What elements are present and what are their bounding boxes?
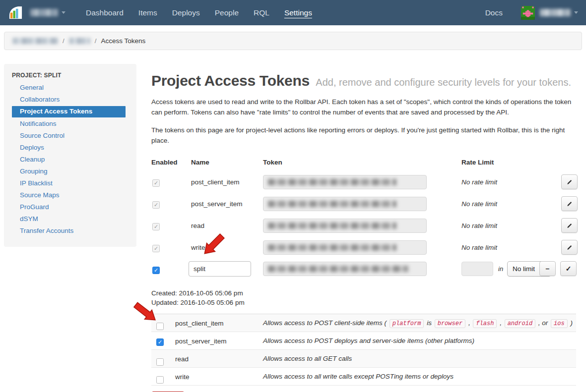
top-nav: Dashboard Items Deploys People RQL Setti… <box>0 0 586 25</box>
sidebar-item[interactable]: Transfer Accounts <box>4 225 136 237</box>
sidebar-item[interactable]: ProGuard <box>4 201 136 213</box>
sidebar-item[interactable]: Notifications <box>4 118 136 130</box>
token-value-redacted[interactable] <box>263 262 427 276</box>
username-redacted[interactable] <box>540 9 571 16</box>
confirm-token-button[interactable]: ✓ <box>560 261 577 276</box>
header-rate-limit: Rate Limit <box>461 159 494 166</box>
sidebar-item[interactable]: Source Control <box>4 130 136 142</box>
scope-name: write <box>175 373 190 381</box>
token-name: write <box>191 244 205 251</box>
intro-text: Access tokens are used to read and write… <box>151 97 576 146</box>
page-title: Project Access Tokens <box>151 72 310 89</box>
edit-token-button[interactable] <box>561 196 578 211</box>
code-badge: browser <box>435 319 465 328</box>
nav-links: Dashboard Items Deploys People RQL Setti… <box>78 8 320 17</box>
docs-link[interactable]: Docs <box>478 8 510 17</box>
pencil-icon <box>566 201 573 207</box>
enabled-checkbox: ✓ <box>152 201 160 209</box>
token-value-redacted[interactable] <box>263 197 427 211</box>
scope-checkbox[interactable]: ✓ <box>156 338 164 346</box>
rate-limit-input[interactable] <box>461 262 493 276</box>
chevron-down-icon <box>62 11 65 14</box>
sidebar-item[interactable]: Cleanup <box>4 154 136 166</box>
scope-checkbox[interactable] <box>156 376 164 384</box>
scope-name: read <box>175 355 189 363</box>
edit-token-button[interactable] <box>561 174 578 189</box>
code-badge: flash <box>473 319 497 328</box>
token-rate-limit: No rate limit <box>461 222 497 229</box>
scope-table: post_client_item Allows access to POST c… <box>151 314 576 386</box>
page-subtitle: Add, remove and configure security level… <box>316 77 571 88</box>
sidebar-item[interactable]: IP Blacklist <box>4 177 136 189</box>
rollbar-logo-icon[interactable] <box>8 5 23 20</box>
edit-token-button[interactable] <box>561 240 578 255</box>
scope-row: ✓ post_server_item Allows access to POST… <box>151 332 576 350</box>
code-badge: platform <box>390 319 424 328</box>
token-edit-row: ✓ in No limit ▲▼ – ✓ <box>151 261 576 284</box>
nav-link[interactable]: People <box>207 8 246 17</box>
header-name: Name <box>191 159 209 166</box>
sidebar-item[interactable]: Grouping <box>4 166 136 177</box>
nav-link[interactable]: Deploys <box>165 8 207 17</box>
created-label: Created: 2016-10-05 05:06 pm <box>151 288 576 298</box>
pencil-icon <box>566 179 573 185</box>
token-name: post_server_item <box>191 200 243 208</box>
nav-link[interactable]: Items <box>131 8 165 17</box>
project-switcher[interactable] <box>30 9 65 16</box>
enabled-checkbox[interactable]: ✓ <box>152 267 160 274</box>
breadcrumb-current: Access Tokens <box>101 37 146 45</box>
code-badge: ios <box>551 319 568 328</box>
token-rate-limit: No rate limit <box>461 178 497 186</box>
token-rows: ✓ post_client_item No rate limit ✓ post_… <box>151 173 576 261</box>
enabled-checkbox: ✓ <box>152 245 160 252</box>
content: PROJECT: SPLIT General Collaborators Pro… <box>0 64 586 392</box>
nav-right: Docs <box>478 6 578 20</box>
sidebar-item[interactable]: Deploys <box>4 142 136 154</box>
scope-checkbox[interactable] <box>156 358 164 366</box>
enabled-checkbox: ✓ <box>152 179 160 187</box>
token-rate-limit: No rate limit <box>461 244 497 251</box>
pencil-icon <box>566 244 573 251</box>
remove-token-button[interactable]: – <box>539 261 556 276</box>
sidebar-item[interactable]: Project Access Tokens <box>12 106 126 117</box>
sidebar-item[interactable]: Collaborators <box>4 94 136 106</box>
header-token: Token <box>263 159 282 166</box>
enabled-checkbox: ✓ <box>152 223 160 230</box>
scope-description: Allows access to all GET calls <box>263 355 352 362</box>
user-avatar[interactable] <box>521 6 535 20</box>
token-table-header: Enabled Name Token Rate Limit <box>151 159 576 173</box>
rate-limit-in-label: in <box>498 265 503 273</box>
scope-name: post_server_item <box>175 337 227 345</box>
token-name-input[interactable] <box>189 261 251 277</box>
scope-row: post_client_item Allows access to POST c… <box>151 314 576 332</box>
header-enabled: Enabled <box>151 159 178 166</box>
sidebar-item[interactable]: dSYM <box>4 213 136 225</box>
scope-description: Allows access to all write calls except … <box>263 373 454 380</box>
token-value-redacted[interactable] <box>263 219 427 233</box>
sidebar-header: PROJECT: SPLIT <box>4 72 136 82</box>
token-value-redacted[interactable] <box>263 240 427 255</box>
token-value-redacted[interactable] <box>263 175 427 189</box>
breadcrumb: / / Access Tokens <box>4 32 582 50</box>
token-row: ✓ write No rate limit <box>151 239 576 261</box>
edit-token-button[interactable] <box>561 218 578 233</box>
title-row: Project Access Tokens Add, remove and co… <box>151 72 576 89</box>
breadcrumb-account-redacted[interactable] <box>12 38 58 44</box>
breadcrumb-project-redacted[interactable] <box>69 38 90 44</box>
scope-description: Allows access to POST deploys and server… <box>263 337 474 344</box>
token-row: ✓ post_server_item No rate limit <box>151 195 576 217</box>
scope-description: Allows access to POST client-side items … <box>263 319 573 327</box>
token-row: ✓ post_client_item No rate limit <box>151 173 576 195</box>
updated-label: Updated: 2016-10-05 05:06 pm <box>151 298 576 307</box>
sidebar-items: General Collaborators Project Access Tok… <box>4 82 136 237</box>
nav-link[interactable]: Dashboard <box>78 8 131 17</box>
nav-link[interactable]: RQL <box>246 8 277 17</box>
sidebar-item[interactable]: General <box>4 82 136 94</box>
token-row: ✓ read No rate limit <box>151 217 576 239</box>
sidebar-item[interactable]: Source Maps <box>4 189 136 201</box>
scope-row: read Allows access to all GET calls <box>151 350 576 368</box>
nav-link[interactable]: Settings <box>277 8 320 17</box>
scope-checkbox[interactable] <box>156 323 164 330</box>
chevron-down-icon <box>574 11 578 14</box>
token-meta: Created: 2016-10-05 05:06 pm Updated: 20… <box>151 288 576 307</box>
